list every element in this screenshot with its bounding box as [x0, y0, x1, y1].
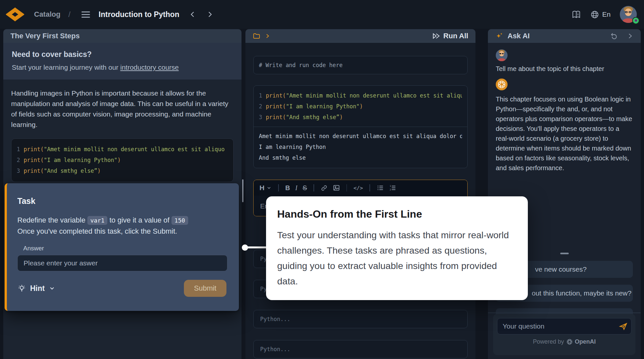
code-playground-panel: Run All # Write and run code here 1print…	[245, 29, 475, 359]
run-all-icon	[432, 32, 440, 40]
introductory-course-link[interactable]: introductory course	[120, 63, 179, 71]
theory-paragraph: Handling images in Python is important b…	[11, 88, 234, 130]
next-chapter-button[interactable]	[206, 11, 213, 18]
toolbar-separator	[278, 184, 279, 191]
chevron-down-icon	[266, 185, 272, 190]
top-navigation-bar: Catalog / Introduction to Python	[0, 0, 644, 29]
code-line: 3print("And smthg else”)	[17, 166, 228, 176]
toolbar-separator	[369, 184, 370, 191]
task-instruction-line2: Once you've completed this task, click t…	[17, 227, 226, 236]
user-chat-message: Tell me about the topic of this chapter	[496, 65, 633, 73]
chapter-menu-icon[interactable]	[81, 11, 90, 18]
hint-label: Hint	[30, 284, 45, 293]
basics-heading: Need to cover basics?	[12, 50, 233, 59]
theory-code-block: 1print("Amet minim mollit non deserunt u…	[11, 138, 234, 182]
language-label: En	[602, 10, 611, 18]
globe-icon	[590, 10, 599, 19]
playground-header: Run All	[245, 29, 475, 43]
code-line: 1print("Amet minim mollit non deserunt u…	[259, 90, 462, 101]
output-line: Amet minim mollit non deserunt ullamco e…	[259, 131, 462, 142]
openai-avatar	[496, 79, 508, 90]
chapter-section-title: The Very First Steps	[10, 32, 80, 40]
avatar-status-badge	[632, 17, 639, 24]
answer-label: Answer	[23, 245, 226, 252]
openai-logo-icon	[566, 339, 573, 345]
suggestions-drag-handle[interactable]	[560, 253, 569, 254]
panel-scrollbar-thumb[interactable]	[242, 179, 243, 202]
empty-python-cell[interactable]: Python...	[253, 340, 468, 358]
page-title: Introduction to Python	[98, 10, 179, 19]
topbar-actions: En	[571, 6, 644, 23]
glossary-book-icon[interactable]	[571, 10, 581, 19]
chat-user-avatar	[496, 49, 508, 61]
tooltip-connector-line	[245, 246, 266, 248]
openai-label: OpenAI	[575, 338, 596, 345]
code-line: 2print("I am learning Python")	[17, 155, 228, 166]
executed-code-cell[interactable]: 1print("Amet minim mollit non deserunt u…	[253, 85, 468, 168]
language-switcher[interactable]: En	[590, 10, 611, 19]
strikethrough-button[interactable]: S	[303, 184, 307, 192]
tooltip-connector-dot	[242, 244, 248, 251]
tooltip-title: Hands-On from the First Line	[277, 208, 515, 220]
ask-ai-question-input[interactable]	[497, 318, 632, 334]
code-line: 1print("Amet minim mollit non deserunt u…	[17, 144, 228, 155]
collapse-panel-icon[interactable]	[626, 32, 634, 40]
lightbulb-icon	[17, 284, 26, 293]
code-format-button[interactable]: </>	[353, 185, 363, 191]
toolbar-separator	[347, 184, 347, 191]
hint-toggle[interactable]: Hint	[17, 284, 55, 293]
numbered-list-button[interactable]: 1 2	[389, 184, 396, 191]
ask-input-card: Powered by OpenAI	[493, 314, 635, 355]
ask-ai-title: Ask AI	[508, 32, 530, 40]
bold-button[interactable]: B	[285, 184, 290, 192]
expand-chevron-icon[interactable]	[264, 33, 270, 39]
ai-chat-message: This chapter focuses on using Boolean lo…	[496, 94, 634, 173]
insert-image-button[interactable]	[333, 184, 340, 191]
output-line: And smthg else	[259, 153, 462, 163]
cell-output-divider	[254, 127, 467, 127]
inline-code-150: 150	[171, 216, 188, 225]
ask-input-divider	[488, 313, 641, 313]
code-line: 3print("And smthg else”)	[259, 112, 462, 123]
task-card: Task Redefine the variable var1 to give …	[5, 183, 239, 311]
italic-button[interactable]: I	[295, 184, 297, 192]
empty-python-cell[interactable]: Python...	[253, 310, 468, 328]
chevron-down-icon	[49, 285, 55, 292]
submit-button[interactable]: Submit	[184, 280, 226, 297]
task-heading: Task	[17, 196, 226, 206]
reset-chat-icon[interactable]	[609, 32, 618, 40]
basics-text: Start your learning journey with our	[12, 63, 120, 71]
empty-code-cell[interactable]: # Write and run code here	[253, 56, 468, 74]
inline-code-var1: var1	[87, 216, 107, 225]
app-window: Catalog / Introduction to Python	[0, 0, 644, 359]
breadcrumb-separator: /	[68, 10, 71, 19]
basics-callout-card: Need to cover basics? Start your learnin…	[3, 43, 241, 80]
editor-toolbar: H B I S	[254, 180, 467, 196]
code-line: 2print("I am learning Python")	[259, 101, 462, 112]
run-all-button[interactable]: Run All	[432, 32, 468, 40]
bullet-list-button[interactable]	[377, 184, 384, 191]
ask-ai-header: Ask AI	[488, 29, 641, 43]
tooltip-body: Test your understanding with tasks that …	[277, 227, 516, 289]
toolbar-separator	[313, 184, 314, 191]
heading-menu-button[interactable]: H	[259, 184, 272, 192]
link-button[interactable]	[321, 185, 328, 191]
svg-text:2: 2	[389, 188, 391, 191]
sparkles-icon	[495, 32, 504, 40]
folder-icon[interactable]	[253, 32, 260, 40]
powered-by-label: Powered by	[533, 338, 564, 345]
answer-input[interactable]	[17, 255, 227, 271]
onboarding-tooltip: Hands-On from the First Line Test your u…	[266, 196, 528, 300]
task-instruction-line1: Redefine the variable var1 to give it a …	[17, 214, 226, 226]
code-placeholder-comment: # Write and run code here	[259, 62, 343, 68]
brand-logo-icon[interactable]	[6, 7, 24, 22]
ask-ai-panel: Ask AI Tell me about the topic of this c…	[488, 29, 641, 359]
breadcrumb-catalog[interactable]: Catalog	[34, 10, 61, 19]
output-line: I am learning Python	[259, 142, 462, 153]
theory-panel-header[interactable]: The Very First Steps	[3, 29, 241, 43]
send-question-icon[interactable]	[619, 322, 628, 331]
svg-text:1: 1	[389, 185, 391, 188]
prev-chapter-button[interactable]	[189, 11, 196, 18]
